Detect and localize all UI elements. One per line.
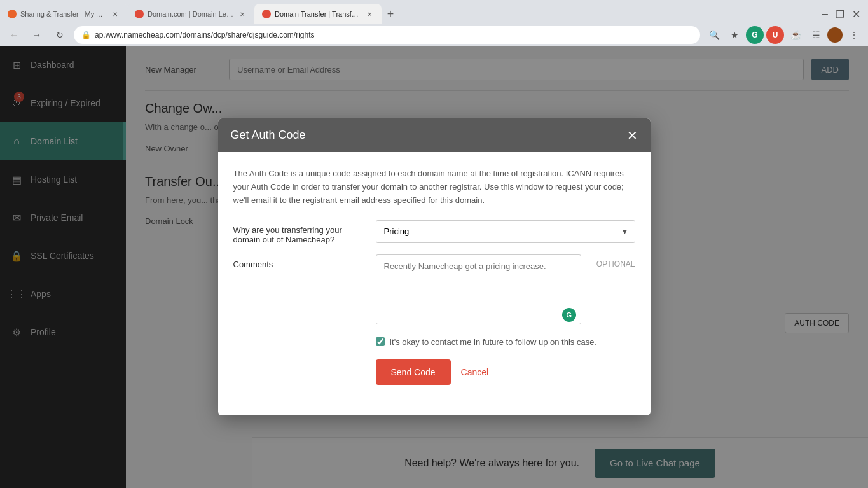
tab-bar: Sharing & Transfer - My Accoun ✕ Domain.… — [0, 0, 868, 24]
window-controls: – ❐ ✕ — [820, 8, 868, 20]
tab-close-transfer[interactable]: ✕ — [365, 10, 374, 18]
modal-body: The Auth Code is a unique code assigned … — [218, 152, 651, 415]
tab-sharing[interactable]: Sharing & Transfer - My Accoun ✕ — [0, 4, 127, 24]
tab-transfer[interactable]: Domain Transfer | Transfer Your D... ✕ — [254, 4, 382, 24]
browser-chrome: Sharing & Transfer - My Accoun ✕ Domain.… — [0, 0, 868, 46]
contact-checkbox-label: It's okay to contact me in future to fol… — [390, 337, 596, 347]
why-label: Why are you transferring your domain out… — [233, 220, 361, 244]
tab-label-sharing: Sharing & Transfer - My Accoun — [20, 10, 107, 18]
send-code-button[interactable]: Send Code — [376, 359, 451, 385]
comments-textarea[interactable] — [376, 254, 581, 324]
extensions-icon[interactable]: ☕ — [787, 26, 804, 44]
maximize-button[interactable]: ❐ — [833, 8, 847, 20]
grammarly-toolbar-icon[interactable]: G — [746, 26, 764, 44]
tab-label-domain: Domain.com | Domain Led Expe... — [148, 10, 234, 18]
modal-overlay: Get Auth Code ✕ The Auth Code is a uniqu… — [0, 46, 868, 488]
reason-select[interactable]: Pricing Moving to competitor Cost concer… — [376, 220, 635, 243]
modal-footer: Send Code Cancel — [233, 359, 635, 400]
url-bar[interactable]: 🔒 ap.www.namecheap.com/domains/dcp/share… — [74, 26, 700, 44]
user-avatar[interactable] — [827, 27, 843, 43]
new-tab-button[interactable]: + — [382, 5, 399, 23]
tab-domain[interactable]: Domain.com | Domain Led Expe... ✕ — [127, 4, 254, 24]
page-layout: ⊞ Dashboard ⏱ 3 Expiring / Expired ⌂ Dom… — [0, 46, 868, 488]
forward-button[interactable]: → — [28, 26, 46, 44]
grammarly-icon: G — [562, 308, 576, 322]
extension-u-icon[interactable]: U — [766, 26, 784, 44]
lock-icon: 🔒 — [81, 31, 91, 39]
comments-row: Comments G OPTIONAL — [233, 254, 635, 327]
comments-textarea-wrapper: G — [376, 254, 581, 327]
profile-view-icon[interactable]: ☵ — [807, 26, 825, 44]
tab-label-transfer: Domain Transfer | Transfer Your D... — [275, 10, 361, 18]
refresh-button[interactable]: ↻ — [51, 26, 69, 44]
comments-label: Comments — [233, 254, 361, 269]
search-icon[interactable]: 🔍 — [705, 26, 723, 44]
close-button[interactable]: ✕ — [850, 8, 863, 20]
optional-label: OPTIONAL — [596, 254, 635, 268]
tab-favicon-transfer — [262, 10, 271, 18]
menu-icon[interactable]: ⋮ — [845, 26, 863, 44]
reason-select-wrapper: Pricing Moving to competitor Cost concer… — [376, 220, 635, 243]
back-button[interactable]: ← — [5, 26, 23, 44]
why-transferring-row: Why are you transferring your domain out… — [233, 220, 635, 244]
contact-checkbox-row: It's okay to contact me in future to fol… — [233, 337, 635, 347]
modal-close-button[interactable]: ✕ — [627, 129, 638, 142]
minimize-button[interactable]: – — [820, 8, 830, 20]
tab-close-sharing[interactable]: ✕ — [111, 10, 120, 18]
tab-favicon-domain — [135, 10, 144, 18]
bookmark-icon[interactable]: ★ — [726, 26, 743, 44]
toolbar-icons: 🔍 ★ G U ☕ ☵ ⋮ — [705, 26, 863, 44]
modal-description: The Auth Code is a unique code assigned … — [233, 167, 635, 207]
modal-header: Get Auth Code ✕ — [218, 118, 651, 152]
contact-checkbox[interactable] — [376, 337, 385, 346]
address-bar: ← → ↻ 🔒 ap.www.namecheap.com/domains/dcp… — [0, 24, 868, 46]
cancel-button[interactable]: Cancel — [461, 367, 489, 377]
modal-title: Get Auth Code — [231, 129, 306, 142]
url-text: ap.www.namecheap.com/domains/dcp/share/d… — [95, 31, 315, 39]
get-auth-code-modal: Get Auth Code ✕ The Auth Code is a uniqu… — [218, 118, 651, 415]
tab-close-domain[interactable]: ✕ — [238, 10, 247, 18]
tab-favicon-sharing — [8, 10, 17, 18]
